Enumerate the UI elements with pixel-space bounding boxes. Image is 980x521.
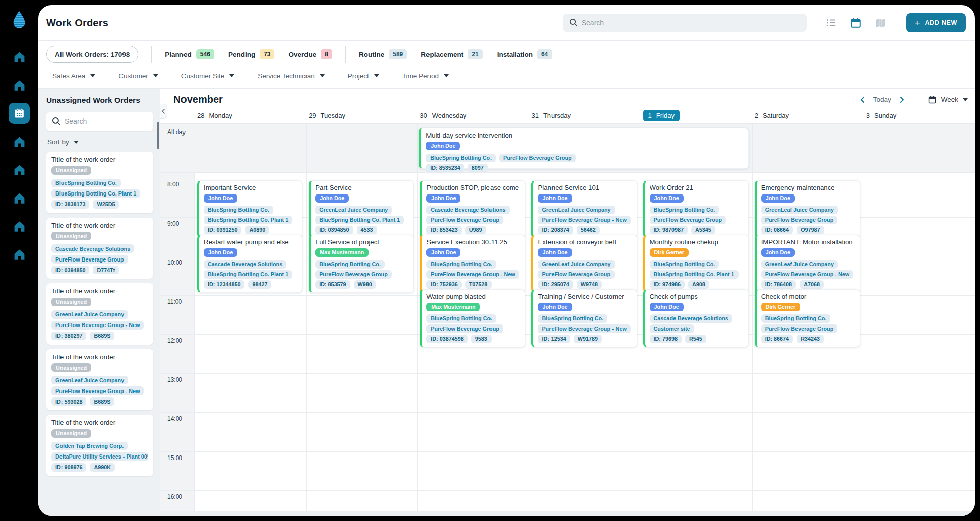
filter-dropdown[interactable]: Project — [348, 72, 379, 80]
calendar-event-card[interactable]: Important Service John Doe BlueSpring Bo… — [197, 180, 302, 238]
all-day-cell[interactable] — [195, 124, 306, 172]
calendar-event-card[interactable]: Full Service of project Max Mustermann B… — [309, 235, 414, 293]
event-tags: GreenLeaf Juice CompanyPureFlow Beverage… — [538, 206, 632, 224]
filter-dropdown[interactable]: Customer — [118, 72, 158, 80]
unassigned-work-order-card[interactable]: Title of the work order Unassigned BlueS… — [46, 152, 153, 213]
app-rail — [0, 0, 38, 521]
company-tag: BlueSpring Bottling Co. Plant 1 — [204, 216, 292, 224]
map-view-icon[interactable] — [875, 17, 886, 29]
sidebar-search — [46, 112, 153, 131]
home-icon — [13, 163, 26, 177]
page-title: Work Orders — [46, 17, 108, 29]
sidebar-nav-home[interactable] — [9, 216, 30, 237]
status-filter[interactable]: Planned 546 — [165, 49, 214, 59]
filter-dropdown-label: Sales Area — [52, 72, 85, 80]
day-header[interactable]: 2 Saturday — [752, 112, 864, 119]
status-filter[interactable]: Overdue 8 — [288, 49, 332, 59]
sidebar-nav-home[interactable] — [9, 187, 30, 209]
status-filter[interactable]: Pending 73 — [228, 49, 275, 59]
calendar-event-card[interactable]: Planned Service 101 John Doe GreenLeaf J… — [531, 180, 637, 238]
day-header[interactable]: 29 Tuesday — [306, 112, 417, 119]
today-button[interactable]: Today — [873, 96, 891, 103]
all-day-cell[interactable] — [752, 124, 864, 172]
event-code: A5345 — [691, 226, 715, 234]
sidebar-scrollbar-thumb[interactable] — [157, 122, 159, 149]
calendar-event-card[interactable]: IMPORTANT: Motor installation John Doe G… — [755, 235, 860, 293]
all-day-cell[interactable] — [864, 124, 975, 172]
company-tag: PureFlow Beverage Group - New — [51, 321, 144, 330]
filter-dropdown[interactable]: Time Period — [402, 72, 449, 80]
sidebar-nav-home[interactable] — [9, 46, 30, 68]
add-new-button[interactable]: + ADD NEW — [906, 13, 966, 32]
chevron-down-icon — [374, 74, 379, 77]
event-title: Emergency maintenance — [761, 184, 855, 191]
day-header[interactable]: 1 Friday — [641, 110, 752, 121]
event-code: 98427 — [248, 280, 271, 289]
event-ids: ID: 08664 O97987 — [761, 226, 855, 234]
type-count-badge: 64 — [537, 49, 552, 59]
event-title: Water pump blasted — [426, 293, 520, 300]
work-order-tags: GreenLeaf Juice CompanyPureFlow Beverage… — [51, 310, 148, 330]
day-header[interactable]: 30 Wednesday — [417, 112, 529, 119]
sidebar-nav-home[interactable] — [9, 131, 30, 152]
unassigned-work-order-card[interactable]: Title of the work order Unassigned Casca… — [46, 218, 153, 279]
work-order-title: Title of the work order — [51, 419, 148, 426]
calendar-event-card[interactable]: Part-Service John Doe GreenLeaf Juice Co… — [309, 180, 414, 238]
sidebar-collapse-button[interactable] — [160, 104, 167, 119]
unassigned-work-order-card[interactable]: Title of the work order Unassigned Green… — [46, 349, 153, 411]
work-order-title: Title of the work order — [51, 222, 148, 229]
sidebar-nav-home[interactable] — [9, 244, 30, 265]
filter-dropdown[interactable]: Customer Site — [181, 72, 235, 80]
filter-dropdown[interactable]: Service Technician — [258, 72, 324, 80]
status-filter-label: Pending — [228, 51, 255, 58]
sort-by-dropdown[interactable]: Sort by — [47, 138, 153, 146]
calendar-event-card[interactable]: Restart water pump and else John Doe Cas… — [197, 235, 302, 293]
calendar-event-card[interactable]: Production STOP, please come John Doe Ca… — [420, 180, 525, 238]
type-filter[interactable]: Installation 64 — [497, 49, 553, 59]
calendar-view-icon[interactable] — [850, 17, 862, 29]
day-header[interactable]: 28 Monday — [195, 112, 306, 119]
next-week-button[interactable] — [897, 95, 906, 104]
prev-week-button[interactable] — [858, 95, 867, 104]
calendar-event-card[interactable]: Work Order 21 John Doe BlueSpring Bottli… — [643, 180, 749, 238]
sidebar-nav-home[interactable] — [9, 75, 30, 96]
search-input[interactable] — [563, 14, 807, 32]
calendar-event-card[interactable]: Extension of conveyor belt John Doe Gree… — [531, 235, 637, 293]
calendar-event-card[interactable]: Training / Service / Customer John Doe B… — [531, 289, 637, 347]
type-filter[interactable]: Replacement 21 — [421, 49, 482, 59]
unassigned-work-order-card[interactable]: Title of the work order Unassigned Green… — [46, 283, 153, 345]
filter-dropdown[interactable]: Sales Area — [52, 72, 95, 80]
calendar-event-card[interactable]: Check of pumps John Doe Cascade Beverage… — [643, 289, 749, 347]
calendar-event-card[interactable]: Multi-day service intervention John Doe … — [419, 128, 748, 169]
work-order-ids: ID: 380297 B689S — [51, 332, 148, 340]
all-work-orders-pill[interactable]: All Work Orders: 17098 — [46, 46, 138, 63]
hour-label: 14:00 — [167, 415, 182, 422]
all-day-row: All day Multi-day service intervention J… — [160, 123, 975, 173]
app-logo[interactable] — [10, 10, 28, 32]
calendar-event-card[interactable]: Water pump blasted Max Mustermann BlueSp… — [420, 289, 525, 347]
event-code: 56462 — [577, 226, 600, 234]
day-header[interactable]: 3 Sunday — [864, 112, 975, 119]
assignee-badge: John Doe — [426, 194, 460, 203]
home-icon — [13, 248, 26, 262]
sidebar-search-input[interactable] — [46, 112, 153, 131]
event-id: ID: 12344850 — [204, 280, 244, 289]
calendar-event-card[interactable]: Emergency maintenance John Doe GreenLeaf… — [755, 180, 860, 238]
work-order-code: W25D5 — [93, 200, 119, 209]
all-day-cell[interactable] — [306, 124, 417, 172]
list-view-icon[interactable] — [826, 17, 837, 28]
unassigned-work-order-card[interactable]: Title of the work order Unassigned Golde… — [46, 415, 153, 476]
calendar-event-card[interactable]: Monthly routine chekup Dirk Gerner BlueS… — [643, 235, 749, 293]
event-id: ID: 0391250 — [204, 226, 241, 234]
type-filter[interactable]: Routine 589 — [359, 49, 407, 59]
day-header[interactable]: 31 Thursday — [529, 112, 640, 119]
assignee-badge: Dirk Gerner — [650, 248, 689, 257]
event-id: ID: 79698 — [650, 335, 682, 343]
sidebar-nav-home[interactable] — [9, 159, 30, 180]
view-period-dropdown[interactable]: Week — [928, 95, 968, 104]
event-code: 8097 — [468, 164, 488, 172]
calendar-event-card[interactable]: Service Execution 30.11.25 John Doe Blue… — [420, 235, 525, 293]
sidebar-nav-calendar-active[interactable] — [9, 103, 30, 124]
divider — [345, 46, 346, 63]
calendar-event-card[interactable]: Check of motor Dirk Gerner BlueSpring Bo… — [755, 289, 860, 347]
